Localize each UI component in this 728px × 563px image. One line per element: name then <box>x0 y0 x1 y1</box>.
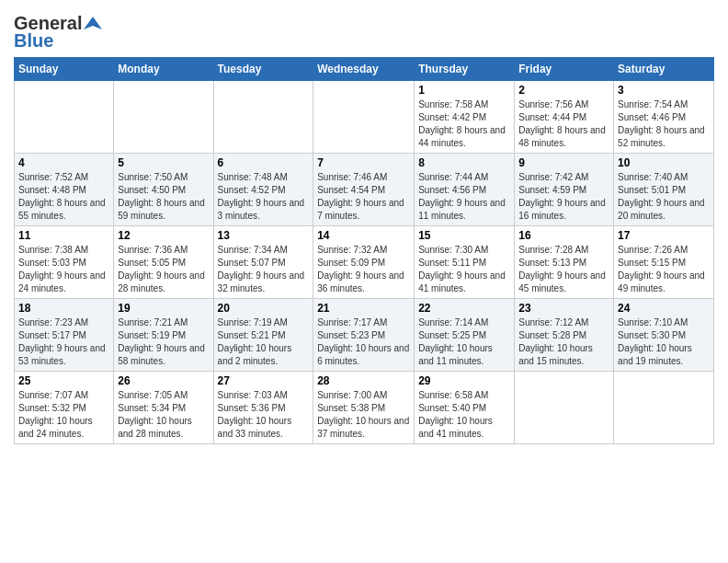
calendar-cell: 24Sunrise: 7:10 AMSunset: 5:30 PMDayligh… <box>614 299 714 372</box>
day-number: 17 <box>618 229 710 242</box>
logo: General Blue <box>14 9 102 52</box>
day-info: Sunrise: 7:05 AMSunset: 5:34 PMDaylight:… <box>118 389 209 441</box>
calendar-cell: 4Sunrise: 7:52 AMSunset: 4:48 PMDaylight… <box>15 154 114 226</box>
day-number: 24 <box>618 302 710 315</box>
calendar-cell: 16Sunrise: 7:28 AMSunset: 5:13 PMDayligh… <box>515 226 614 299</box>
calendar-cell: 22Sunrise: 7:14 AMSunset: 5:25 PMDayligh… <box>415 299 515 372</box>
day-number: 18 <box>18 302 109 315</box>
calendar-cell: 5Sunrise: 7:50 AMSunset: 4:50 PMDaylight… <box>114 154 213 226</box>
calendar-cell: 1Sunrise: 7:58 AMSunset: 4:42 PMDaylight… <box>415 81 515 154</box>
calendar-cell: 21Sunrise: 7:17 AMSunset: 5:23 PMDayligh… <box>313 299 415 372</box>
day-info: Sunrise: 7:46 AMSunset: 4:54 PMDaylight:… <box>317 171 410 223</box>
day-info: Sunrise: 7:00 AMSunset: 5:38 PMDaylight:… <box>317 389 410 441</box>
day-info: Sunrise: 7:38 AMSunset: 5:03 PMDaylight:… <box>18 244 109 295</box>
day-info: Sunrise: 7:58 AMSunset: 4:42 PMDaylight:… <box>418 98 510 150</box>
calendar-cell: 13Sunrise: 7:34 AMSunset: 5:07 PMDayligh… <box>213 226 313 299</box>
day-info: Sunrise: 7:03 AMSunset: 5:36 PMDaylight:… <box>218 389 310 441</box>
day-info: Sunrise: 7:54 AMSunset: 4:46 PMDaylight:… <box>618 98 710 150</box>
calendar-week-3: 11Sunrise: 7:38 AMSunset: 5:03 PMDayligh… <box>15 226 714 299</box>
day-number: 14 <box>317 229 410 242</box>
calendar-cell: 9Sunrise: 7:42 AMSunset: 4:59 PMDaylight… <box>515 154 614 226</box>
day-info: Sunrise: 7:52 AMSunset: 4:48 PMDaylight:… <box>18 171 109 223</box>
calendar-cell: 14Sunrise: 7:32 AMSunset: 5:09 PMDayligh… <box>313 226 415 299</box>
day-number: 4 <box>18 156 109 169</box>
day-number: 13 <box>218 229 310 242</box>
day-info: Sunrise: 7:10 AMSunset: 5:30 PMDaylight:… <box>618 316 710 368</box>
calendar-cell: 26Sunrise: 7:05 AMSunset: 5:34 PMDayligh… <box>114 372 213 444</box>
day-number: 6 <box>218 156 310 169</box>
day-number: 11 <box>18 229 109 242</box>
calendar-cell: 6Sunrise: 7:48 AMSunset: 4:52 PMDaylight… <box>213 154 313 226</box>
day-number: 20 <box>218 302 310 315</box>
day-number: 8 <box>418 156 510 169</box>
day-number: 22 <box>418 302 510 315</box>
day-number: 1 <box>418 84 510 97</box>
day-info: Sunrise: 7:07 AMSunset: 5:32 PMDaylight:… <box>18 389 109 441</box>
col-header-monday: Monday <box>114 58 213 81</box>
day-info: Sunrise: 7:40 AMSunset: 5:01 PMDaylight:… <box>618 171 710 223</box>
day-info: Sunrise: 7:36 AMSunset: 5:05 PMDaylight:… <box>118 244 209 295</box>
logo-bird-icon <box>84 15 102 33</box>
calendar-cell: 10Sunrise: 7:40 AMSunset: 5:01 PMDayligh… <box>614 154 714 226</box>
calendar-cell: 29Sunrise: 6:58 AMSunset: 5:40 PMDayligh… <box>415 372 515 444</box>
day-number: 23 <box>518 302 609 315</box>
calendar-cell <box>213 81 313 154</box>
calendar-cell: 3Sunrise: 7:54 AMSunset: 4:46 PMDaylight… <box>614 81 714 154</box>
day-number: 19 <box>118 302 209 315</box>
calendar-cell <box>515 372 614 444</box>
day-info: Sunrise: 7:34 AMSunset: 5:07 PMDaylight:… <box>218 244 310 295</box>
calendar-cell: 8Sunrise: 7:44 AMSunset: 4:56 PMDaylight… <box>415 154 515 226</box>
day-number: 26 <box>118 374 209 387</box>
calendar-cell: 19Sunrise: 7:21 AMSunset: 5:19 PMDayligh… <box>114 299 213 372</box>
day-number: 16 <box>518 229 609 242</box>
day-info: Sunrise: 7:26 AMSunset: 5:15 PMDaylight:… <box>618 244 710 295</box>
calendar-cell <box>114 81 213 154</box>
day-info: Sunrise: 7:21 AMSunset: 5:19 PMDaylight:… <box>118 316 209 368</box>
day-number: 15 <box>418 229 510 242</box>
day-number: 9 <box>518 156 609 169</box>
day-info: Sunrise: 7:42 AMSunset: 4:59 PMDaylight:… <box>518 171 609 223</box>
calendar-cell <box>614 372 714 444</box>
day-info: Sunrise: 7:14 AMSunset: 5:25 PMDaylight:… <box>418 316 510 368</box>
calendar-week-4: 18Sunrise: 7:23 AMSunset: 5:17 PMDayligh… <box>15 299 714 372</box>
calendar-cell <box>313 81 415 154</box>
day-number: 27 <box>218 374 310 387</box>
calendar-week-1: 1Sunrise: 7:58 AMSunset: 4:42 PMDaylight… <box>15 81 714 154</box>
col-header-tuesday: Tuesday <box>213 58 313 81</box>
day-number: 25 <box>18 374 109 387</box>
calendar-cell: 20Sunrise: 7:19 AMSunset: 5:21 PMDayligh… <box>213 299 313 372</box>
calendar-cell <box>15 81 114 154</box>
logo-blue: Blue <box>14 30 53 52</box>
day-info: Sunrise: 7:50 AMSunset: 4:50 PMDaylight:… <box>118 171 209 223</box>
calendar-table: SundayMondayTuesdayWednesdayThursdayFrid… <box>14 57 714 444</box>
day-number: 3 <box>618 84 710 97</box>
col-header-friday: Friday <box>515 58 614 81</box>
day-number: 2 <box>518 84 609 97</box>
calendar-cell: 11Sunrise: 7:38 AMSunset: 5:03 PMDayligh… <box>15 226 114 299</box>
col-header-wednesday: Wednesday <box>313 58 415 81</box>
calendar-cell: 15Sunrise: 7:30 AMSunset: 5:11 PMDayligh… <box>415 226 515 299</box>
day-info: Sunrise: 7:56 AMSunset: 4:44 PMDaylight:… <box>518 98 609 150</box>
day-info: Sunrise: 7:12 AMSunset: 5:28 PMDaylight:… <box>518 316 609 368</box>
day-info: Sunrise: 7:23 AMSunset: 5:17 PMDaylight:… <box>18 316 109 368</box>
header: General Blue <box>14 9 714 52</box>
day-info: Sunrise: 7:17 AMSunset: 5:23 PMDaylight:… <box>317 316 410 368</box>
day-info: Sunrise: 7:48 AMSunset: 4:52 PMDaylight:… <box>218 171 310 223</box>
calendar-week-5: 25Sunrise: 7:07 AMSunset: 5:32 PMDayligh… <box>15 372 714 444</box>
calendar-cell: 12Sunrise: 7:36 AMSunset: 5:05 PMDayligh… <box>114 226 213 299</box>
day-number: 7 <box>317 156 410 169</box>
calendar-cell: 25Sunrise: 7:07 AMSunset: 5:32 PMDayligh… <box>15 372 114 444</box>
day-info: Sunrise: 6:58 AMSunset: 5:40 PMDaylight:… <box>418 389 510 441</box>
calendar-cell: 28Sunrise: 7:00 AMSunset: 5:38 PMDayligh… <box>313 372 415 444</box>
day-number: 28 <box>317 374 410 387</box>
calendar-week-2: 4Sunrise: 7:52 AMSunset: 4:48 PMDaylight… <box>15 154 714 226</box>
day-number: 21 <box>317 302 410 315</box>
day-number: 12 <box>118 229 209 242</box>
col-header-sunday: Sunday <box>15 58 114 81</box>
calendar-cell: 7Sunrise: 7:46 AMSunset: 4:54 PMDaylight… <box>313 154 415 226</box>
calendar-cell: 23Sunrise: 7:12 AMSunset: 5:28 PMDayligh… <box>515 299 614 372</box>
calendar-header-row: SundayMondayTuesdayWednesdayThursdayFrid… <box>15 58 714 81</box>
day-info: Sunrise: 7:19 AMSunset: 5:21 PMDaylight:… <box>218 316 310 368</box>
col-header-thursday: Thursday <box>415 58 515 81</box>
day-info: Sunrise: 7:30 AMSunset: 5:11 PMDaylight:… <box>418 244 510 295</box>
